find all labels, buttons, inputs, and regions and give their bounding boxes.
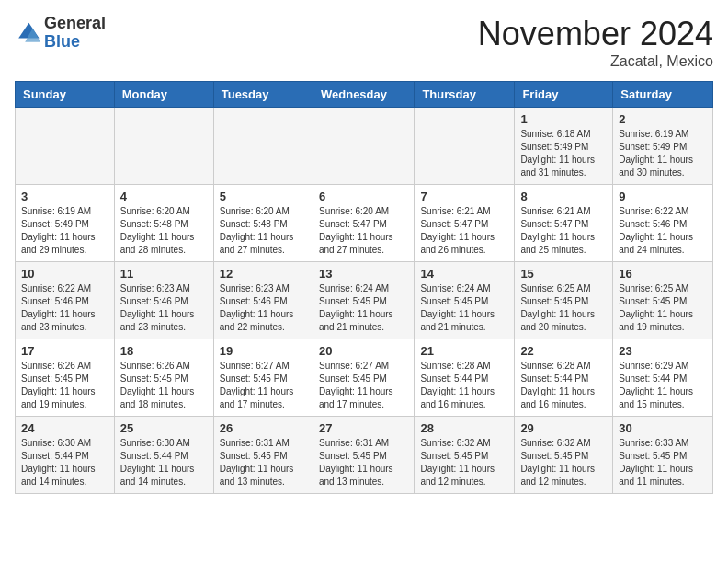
day-number: 16 — [619, 267, 707, 281]
calendar-cell: 4Sunrise: 6:20 AM Sunset: 5:48 PM Daylig… — [114, 185, 213, 262]
day-number: 14 — [420, 267, 508, 281]
weekday-header: Saturday — [613, 82, 713, 108]
day-info: Sunrise: 6:31 AM Sunset: 5:45 PM Dayligh… — [319, 437, 408, 488]
logo-blue-text: Blue — [44, 32, 80, 51]
day-number: 13 — [319, 267, 408, 281]
day-info: Sunrise: 6:27 AM Sunset: 5:45 PM Dayligh… — [319, 360, 408, 411]
calendar-cell: 24Sunrise: 6:30 AM Sunset: 5:44 PM Dayli… — [16, 417, 115, 494]
day-number: 22 — [520, 344, 607, 358]
calendar-cell: 13Sunrise: 6:24 AM Sunset: 5:45 PM Dayli… — [313, 262, 414, 339]
day-info: Sunrise: 6:20 AM Sunset: 5:48 PM Dayligh… — [220, 205, 307, 257]
day-info: Sunrise: 6:20 AM Sunset: 5:48 PM Dayligh… — [120, 205, 208, 257]
calendar-cell: 22Sunrise: 6:28 AM Sunset: 5:44 PM Dayli… — [515, 339, 613, 417]
day-number: 25 — [120, 421, 208, 435]
day-info: Sunrise: 6:28 AM Sunset: 5:44 PM Dayligh… — [520, 360, 607, 411]
calendar-cell: 16Sunrise: 6:25 AM Sunset: 5:45 PM Dayli… — [613, 262, 713, 339]
day-number: 26 — [220, 421, 307, 435]
calendar-cell: 1Sunrise: 6:18 AM Sunset: 5:49 PM Daylig… — [515, 108, 613, 185]
day-info: Sunrise: 6:23 AM Sunset: 5:46 PM Dayligh… — [120, 282, 208, 334]
calendar-cell — [313, 108, 414, 185]
calendar-cell: 14Sunrise: 6:24 AM Sunset: 5:45 PM Dayli… — [415, 262, 515, 339]
day-info: Sunrise: 6:24 AM Sunset: 5:45 PM Dayligh… — [319, 282, 408, 334]
day-number: 11 — [120, 267, 208, 281]
day-info: Sunrise: 6:31 AM Sunset: 5:45 PM Dayligh… — [220, 437, 307, 488]
day-info: Sunrise: 6:32 AM Sunset: 5:45 PM Dayligh… — [520, 437, 607, 488]
calendar-cell: 8Sunrise: 6:21 AM Sunset: 5:47 PM Daylig… — [515, 185, 613, 262]
day-number: 6 — [319, 190, 408, 203]
day-number: 30 — [619, 421, 707, 435]
calendar-cell: 7Sunrise: 6:21 AM Sunset: 5:47 PM Daylig… — [415, 185, 515, 262]
calendar-cell: 18Sunrise: 6:26 AM Sunset: 5:45 PM Dayli… — [114, 339, 213, 417]
logo: General Blue — [15, 15, 106, 52]
calendar-cell — [415, 108, 515, 185]
calendar-cell — [114, 108, 213, 185]
day-info: Sunrise: 6:26 AM Sunset: 5:45 PM Dayligh… — [120, 360, 208, 411]
day-info: Sunrise: 6:23 AM Sunset: 5:46 PM Dayligh… — [220, 282, 307, 334]
day-number: 24 — [21, 421, 108, 435]
day-number: 5 — [220, 190, 307, 203]
calendar-cell: 20Sunrise: 6:27 AM Sunset: 5:45 PM Dayli… — [313, 339, 414, 417]
calendar-cell: 19Sunrise: 6:27 AM Sunset: 5:45 PM Dayli… — [213, 339, 313, 417]
day-info: Sunrise: 6:21 AM Sunset: 5:47 PM Dayligh… — [420, 205, 508, 257]
day-info: Sunrise: 6:33 AM Sunset: 5:45 PM Dayligh… — [619, 437, 707, 488]
day-info: Sunrise: 6:22 AM Sunset: 5:46 PM Dayligh… — [619, 205, 707, 257]
day-info: Sunrise: 6:22 AM Sunset: 5:46 PM Dayligh… — [21, 282, 108, 334]
day-number: 3 — [21, 190, 108, 203]
day-number: 27 — [319, 421, 408, 435]
day-info: Sunrise: 6:25 AM Sunset: 5:45 PM Dayligh… — [520, 282, 607, 334]
calendar-week-row: 24Sunrise: 6:30 AM Sunset: 5:44 PM Dayli… — [16, 417, 713, 494]
calendar-cell: 10Sunrise: 6:22 AM Sunset: 5:46 PM Dayli… — [16, 262, 115, 339]
calendar-cell: 3Sunrise: 6:19 AM Sunset: 5:49 PM Daylig… — [16, 185, 115, 262]
day-number: 28 — [420, 421, 508, 435]
calendar-cell: 11Sunrise: 6:23 AM Sunset: 5:46 PM Dayli… — [114, 262, 213, 339]
month-title: November 2024 — [478, 15, 713, 53]
calendar-table: SundayMondayTuesdayWednesdayThursdayFrid… — [15, 81, 713, 494]
calendar-cell: 28Sunrise: 6:32 AM Sunset: 5:45 PM Dayli… — [415, 417, 515, 494]
day-number: 19 — [220, 344, 307, 358]
calendar-cell: 6Sunrise: 6:20 AM Sunset: 5:47 PM Daylig… — [313, 185, 414, 262]
day-number: 9 — [619, 190, 707, 203]
weekday-header: Thursday — [415, 82, 515, 108]
calendar-cell: 21Sunrise: 6:28 AM Sunset: 5:44 PM Dayli… — [415, 339, 515, 417]
weekday-header: Monday — [114, 82, 213, 108]
day-number: 7 — [420, 190, 508, 203]
day-info: Sunrise: 6:19 AM Sunset: 5:49 PM Dayligh… — [619, 128, 707, 179]
calendar-cell: 5Sunrise: 6:20 AM Sunset: 5:48 PM Daylig… — [213, 185, 313, 262]
day-number: 10 — [21, 267, 108, 281]
day-number: 12 — [220, 267, 307, 281]
weekday-header: Friday — [515, 82, 613, 108]
day-number: 1 — [520, 112, 607, 126]
day-number: 4 — [120, 190, 208, 203]
calendar-week-row: 17Sunrise: 6:26 AM Sunset: 5:45 PM Dayli… — [16, 339, 713, 417]
page-header: General Blue November 2024 Zacatal, Mexi… — [15, 15, 713, 70]
day-number: 17 — [21, 344, 108, 358]
day-info: Sunrise: 6:21 AM Sunset: 5:47 PM Dayligh… — [520, 205, 607, 257]
calendar-cell: 15Sunrise: 6:25 AM Sunset: 5:45 PM Dayli… — [515, 262, 613, 339]
location-subtitle: Zacatal, Mexico — [478, 53, 713, 70]
day-number: 15 — [520, 267, 607, 281]
calendar-cell: 12Sunrise: 6:23 AM Sunset: 5:46 PM Dayli… — [213, 262, 313, 339]
calendar-week-row: 10Sunrise: 6:22 AM Sunset: 5:46 PM Dayli… — [16, 262, 713, 339]
day-info: Sunrise: 6:29 AM Sunset: 5:44 PM Dayligh… — [619, 360, 707, 411]
logo-icon — [15, 20, 40, 46]
calendar-cell: 27Sunrise: 6:31 AM Sunset: 5:45 PM Dayli… — [313, 417, 414, 494]
calendar-cell: 25Sunrise: 6:30 AM Sunset: 5:44 PM Dayli… — [114, 417, 213, 494]
calendar-cell: 29Sunrise: 6:32 AM Sunset: 5:45 PM Dayli… — [515, 417, 613, 494]
calendar-cell: 17Sunrise: 6:26 AM Sunset: 5:45 PM Dayli… — [16, 339, 115, 417]
day-number: 21 — [420, 344, 508, 358]
logo-general-text: General — [44, 14, 106, 32]
weekday-header: Tuesday — [213, 82, 313, 108]
day-number: 23 — [619, 344, 707, 358]
day-info: Sunrise: 6:32 AM Sunset: 5:45 PM Dayligh… — [420, 437, 508, 488]
day-info: Sunrise: 6:18 AM Sunset: 5:49 PM Dayligh… — [520, 128, 607, 179]
calendar-header-row: SundayMondayTuesdayWednesdayThursdayFrid… — [16, 82, 713, 108]
weekday-header: Wednesday — [313, 82, 414, 108]
calendar-cell: 30Sunrise: 6:33 AM Sunset: 5:45 PM Dayli… — [613, 417, 713, 494]
day-info: Sunrise: 6:26 AM Sunset: 5:45 PM Dayligh… — [21, 360, 108, 411]
calendar-week-row: 1Sunrise: 6:18 AM Sunset: 5:49 PM Daylig… — [16, 108, 713, 185]
calendar-cell: 2Sunrise: 6:19 AM Sunset: 5:49 PM Daylig… — [613, 108, 713, 185]
weekday-header: Sunday — [16, 82, 115, 108]
day-info: Sunrise: 6:20 AM Sunset: 5:47 PM Dayligh… — [319, 205, 408, 257]
day-info: Sunrise: 6:24 AM Sunset: 5:45 PM Dayligh… — [420, 282, 508, 334]
day-info: Sunrise: 6:30 AM Sunset: 5:44 PM Dayligh… — [21, 437, 108, 488]
